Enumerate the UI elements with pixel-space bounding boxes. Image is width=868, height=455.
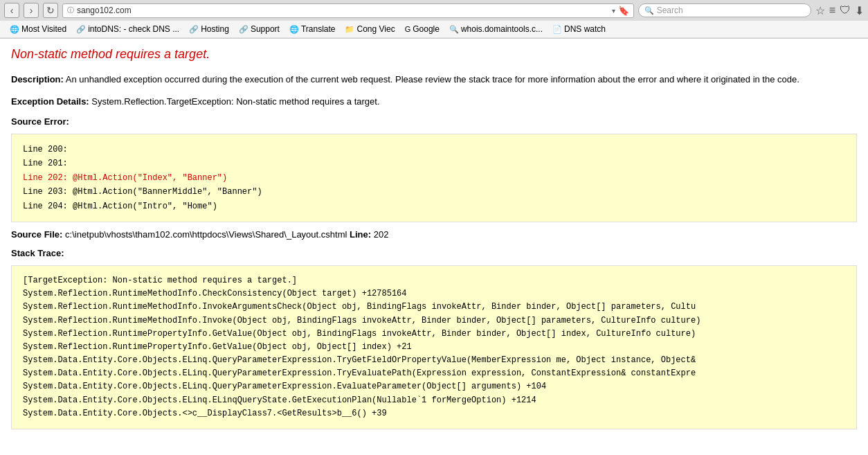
url-text: sango102.com — [77, 6, 609, 15]
description-label: Description: — [11, 74, 64, 84]
description-text: An unhandled exception occurred during t… — [64, 74, 799, 84]
code-line: Line 202: @Html.Action("Index", "Banner"… — [23, 171, 845, 185]
stack-line: System.Reflection.RuntimePropertyInfo.Ge… — [23, 328, 845, 341]
stack-line: [TargetException: Non-static method requ… — [23, 274, 845, 287]
stack-trace-label: Stack Trace: — [11, 248, 857, 258]
bookmark-label-translate: Translate — [301, 24, 336, 34]
exception-section: Exception Details: System.Reflection.Tar… — [11, 95, 857, 109]
bookmark-label-support: Support — [251, 24, 280, 34]
bookmark-support[interactable]: 🔗Support — [235, 23, 284, 35]
bookmark-dns-watch[interactable]: 📄DNS watch — [548, 23, 610, 35]
bookmark-intodns[interactable]: 🔗intoDNS: - check DNS ... — [72, 23, 183, 35]
bookmark-most-visited[interactable]: 🌐Most Visited — [6, 23, 71, 35]
source-line-label: Line: — [350, 229, 371, 240]
error-title: Non-static method requires a target. — [11, 47, 857, 62]
bookmark-favicon-most-visited: 🌐 — [10, 25, 19, 34]
bookmark-favicon-intodns: 🔗 — [76, 25, 86, 34]
search-placeholder: Search — [657, 6, 683, 15]
bookmark-label-google: Google — [413, 24, 440, 34]
page-content: Non-static method requires a target. Des… — [0, 39, 868, 445]
exception-text: System.Reflection.TargetException: Non-s… — [89, 96, 380, 107]
bookmark-label-intodns: intoDNS: - check DNS ... — [88, 24, 179, 34]
bookmark-favicon-hosting: 🔗 — [189, 25, 199, 34]
bookmark-cong-viec[interactable]: 📁Cong Viec — [341, 23, 399, 35]
back-button[interactable]: ‹ — [4, 3, 19, 18]
bookmark-whois[interactable]: 🔍whois.domaintools.c... — [445, 23, 547, 35]
stack-line: System.Data.Entity.Core.Objects.ELinq.EL… — [23, 394, 845, 407]
source-error-box: Line 200: Line 201: Line 202: @Html.Acti… — [11, 134, 857, 222]
reader-button[interactable]: ≡ — [829, 4, 835, 17]
code-line: Line 203: @Html.Action("BannerMiddle", "… — [23, 185, 845, 199]
code-line: Line 201: — [23, 157, 845, 170]
forward-button[interactable]: › — [24, 3, 39, 18]
bookmark-google[interactable]: GGoogle — [401, 23, 444, 35]
dropdown-arrow: ▾ — [612, 7, 615, 15]
source-line-number: 202 — [374, 229, 389, 240]
source-error-label: Source Error: — [11, 116, 857, 127]
bookmark-label-hosting: Hosting — [201, 24, 229, 34]
lock-icon: ⓘ — [67, 6, 74, 15]
source-file-section: Source File: c:\inetpub\vhosts\tham102.c… — [11, 229, 857, 240]
search-icon: 🔍 — [644, 6, 654, 15]
bookmark-favicon-dns-watch: 📄 — [552, 25, 562, 34]
bookmark-favicon-translate: 🌐 — [289, 25, 299, 34]
reload-button[interactable]: ↻ — [43, 3, 58, 18]
exception-label: Exception Details: — [11, 96, 89, 107]
bookmark-favicon-cong-viec: 📁 — [345, 25, 354, 34]
description-section: Description: An unhandled exception occu… — [11, 73, 857, 87]
stack-line: System.Data.Entity.Core.Objects.<>c__Dis… — [23, 407, 845, 420]
source-file-label: Source File: — [11, 229, 62, 240]
stack-line: System.Reflection.RuntimePropertyInfo.Ge… — [23, 341, 845, 354]
bookmark-favicon-google: G — [405, 25, 411, 33]
download-button[interactable]: ⬇ — [855, 4, 864, 17]
code-line: Line 204: @Html.Action("Intro", "Home") — [23, 199, 845, 213]
code-line: Line 200: — [23, 143, 845, 157]
bookmark-favicon-whois: 🔍 — [449, 25, 459, 34]
bookmarks-bar: 🌐Most Visited🔗intoDNS: - check DNS ...🔗H… — [0, 21, 868, 38]
bookmark-label-most-visited: Most Visited — [21, 24, 66, 34]
stack-line: System.Reflection.RuntimeMethodInfo.Invo… — [23, 314, 845, 328]
bookmark-translate[interactable]: 🌐Translate — [285, 23, 340, 35]
stack-line: System.Reflection.RuntimeMethodInfo.Chec… — [23, 287, 845, 301]
shield-button[interactable]: 🛡 — [840, 4, 851, 17]
bookmark-label-whois: whois.domaintools.c... — [461, 24, 543, 34]
stack-line: System.Data.Entity.Core.Objects.ELinq.Qu… — [23, 367, 845, 380]
bookmark-hosting[interactable]: 🔗Hosting — [185, 23, 233, 35]
bookmark-label-dns-watch: DNS watch — [564, 24, 606, 34]
bookmark-favicon-support: 🔗 — [239, 25, 248, 34]
address-bar[interactable]: ⓘ sango102.com ▾ 🔖 — [62, 3, 634, 18]
bookmark-star-inline: 🔖 — [618, 6, 629, 16]
search-bar[interactable]: 🔍 Search — [638, 3, 811, 17]
stack-line: System.Data.Entity.Core.Objects.ELinq.Qu… — [23, 354, 845, 367]
stack-trace-box: [TargetException: Non-static method requ… — [11, 265, 857, 429]
star-button[interactable]: ☆ — [815, 4, 825, 17]
stack-line: System.Reflection.RuntimeMethodInfo.Invo… — [23, 301, 845, 314]
bookmark-label-cong-viec: Cong Viec — [356, 24, 395, 34]
source-file-path: c:\inetpub\vhosts\tham102.com\httpdocs\V… — [65, 229, 347, 240]
stack-line: System.Data.Entity.Core.Objects.ELinq.Qu… — [23, 380, 845, 393]
